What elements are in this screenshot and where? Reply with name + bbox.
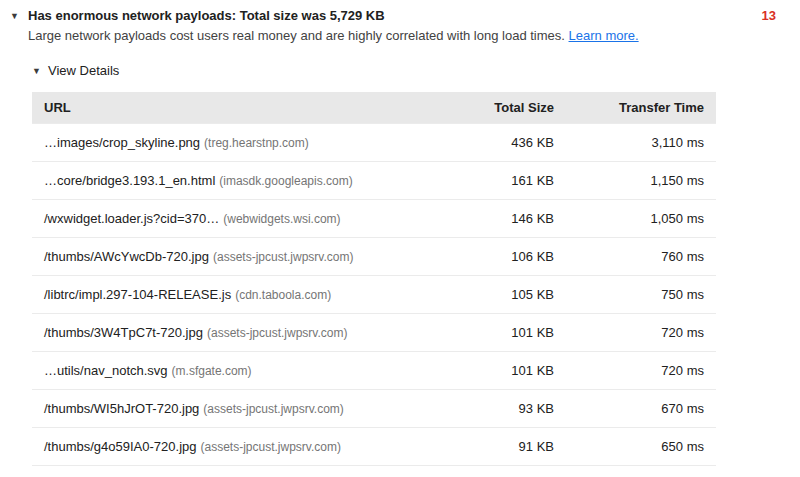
- header-transfer-time: Transfer Time: [566, 92, 716, 124]
- url-cell: /thumbs/WI5hJrOT-720.jpg(assets-jpcust.j…: [32, 390, 446, 428]
- size-cell: 91 KB: [446, 428, 566, 466]
- size-cell: 93 KB: [446, 390, 566, 428]
- url-cell: /thumbs/NI0936Cl-720.jpg(assets-jpcust.j…: [32, 466, 446, 477]
- payload-table-container: URL Total Size Transfer Time …images/cro…: [32, 92, 716, 477]
- view-details-triangle-icon: ▼: [32, 62, 48, 80]
- time-cell: 1,050 ms: [566, 200, 716, 238]
- url-domain: (assets-jpcust.jwpsrv.com): [213, 250, 353, 264]
- table-row: …utils/nav_notch.svg(m.sfgate.com) 101 K…: [32, 352, 716, 390]
- time-cell: 750 ms: [566, 276, 716, 314]
- header-url: URL: [32, 92, 446, 124]
- audit-panel: ▼ Has enormous network payloads: Total s…: [0, 0, 800, 477]
- url-cell: /libtrc/impl.297-104-RELEASE.js(cdn.tabo…: [32, 276, 446, 314]
- table-row: /thumbs/NI0936Cl-720.jpg(assets-jpcust.j…: [32, 466, 716, 477]
- url-cell: …images/crop_skyline.png(treg.hearstnp.c…: [32, 124, 446, 162]
- view-details-label: View Details: [48, 63, 119, 79]
- url-cell: /thumbs/AWcYwcDb-720.jpg(assets-jpcust.j…: [32, 238, 446, 276]
- url-domain: (m.sfgate.com): [172, 364, 252, 378]
- url-text: …core/bridge3.193.1_en.html: [44, 173, 215, 188]
- url-domain: (treg.hearstnp.com): [204, 136, 309, 150]
- size-cell: 101 KB: [446, 352, 566, 390]
- url-text: /thumbs/WI5hJrOT-720.jpg: [44, 401, 199, 416]
- url-text: /wxwidget.loader.js?cid=370…: [44, 211, 219, 226]
- audit-description: Large network payloads cost users real m…: [28, 27, 750, 45]
- url-cell: …utils/nav_notch.svg(m.sfgate.com): [32, 352, 446, 390]
- size-cell: 146 KB: [446, 200, 566, 238]
- url-cell: /thumbs/3W4TpC7t-720.jpg(assets-jpcust.j…: [32, 314, 446, 352]
- url-cell: /thumbs/g4o59IA0-720.jpg(assets-jpcust.j…: [32, 428, 446, 466]
- table-row: /thumbs/WI5hJrOT-720.jpg(assets-jpcust.j…: [32, 390, 716, 428]
- table-row: /thumbs/g4o59IA0-720.jpg(assets-jpcust.j…: [32, 428, 716, 466]
- time-cell: 760 ms: [566, 238, 716, 276]
- time-cell: 720 ms: [566, 314, 716, 352]
- url-domain: (assets-jpcust.jwpsrv.com): [203, 402, 343, 416]
- time-cell: 650 ms: [566, 428, 716, 466]
- url-text: /thumbs/3W4TpC7t-720.jpg: [44, 325, 203, 340]
- table-row: …images/crop_skyline.png(treg.hearstnp.c…: [32, 124, 716, 162]
- size-cell: 436 KB: [446, 124, 566, 162]
- url-domain: (webwidgets.wsi.com): [223, 212, 340, 226]
- time-cell: 3,110 ms: [566, 124, 716, 162]
- table-row: /thumbs/3W4TpC7t-720.jpg(assets-jpcust.j…: [32, 314, 716, 352]
- size-cell: 161 KB: [446, 162, 566, 200]
- table-row: /libtrc/impl.297-104-RELEASE.js(cdn.tabo…: [32, 276, 716, 314]
- url-text: …images/crop_skyline.png: [44, 135, 200, 150]
- table-row: /wxwidget.loader.js?cid=370…(webwidgets.…: [32, 200, 716, 238]
- url-domain: (cdn.taboola.com): [235, 288, 331, 302]
- view-details-toggle[interactable]: ▼ View Details: [32, 62, 800, 80]
- time-cell: 720 ms: [566, 352, 716, 390]
- audit-description-text: Large network payloads cost users real m…: [28, 28, 565, 43]
- failing-items-count-badge: 13: [762, 7, 776, 25]
- table-row: /thumbs/AWcYwcDb-720.jpg(assets-jpcust.j…: [32, 238, 716, 276]
- header-total-size: Total Size: [446, 92, 566, 124]
- time-cell: 1,150 ms: [566, 162, 716, 200]
- payload-table-body: …images/crop_skyline.png(treg.hearstnp.c…: [32, 124, 716, 477]
- time-cell: 620 ms: [566, 466, 716, 477]
- size-cell: 106 KB: [446, 238, 566, 276]
- table-row: …core/bridge3.193.1_en.html(imasdk.googl…: [32, 162, 716, 200]
- url-cell: …core/bridge3.193.1_en.html(imasdk.googl…: [32, 162, 446, 200]
- url-text: /thumbs/g4o59IA0-720.jpg: [44, 439, 197, 454]
- url-domain: (imasdk.googleapis.com): [219, 174, 352, 188]
- url-cell: /wxwidget.loader.js?cid=370…(webwidgets.…: [32, 200, 446, 238]
- url-text: /libtrc/impl.297-104-RELEASE.js: [44, 287, 231, 302]
- size-cell: 105 KB: [446, 276, 566, 314]
- payload-table: URL Total Size Transfer Time …images/cro…: [32, 92, 716, 477]
- url-domain: (assets-jpcust.jwpsrv.com): [201, 440, 341, 454]
- time-cell: 670 ms: [566, 390, 716, 428]
- audit-header: ▼ Has enormous network payloads: Total s…: [0, 7, 800, 45]
- url-domain: (assets-jpcust.jwpsrv.com): [207, 326, 347, 340]
- size-cell: 87 KB: [446, 466, 566, 477]
- audit-title: Has enormous network payloads: Total siz…: [28, 7, 750, 25]
- audit-collapse-triangle-icon[interactable]: ▼: [10, 7, 28, 25]
- url-text: /thumbs/AWcYwcDb-720.jpg: [44, 249, 209, 264]
- url-text: …utils/nav_notch.svg: [44, 363, 168, 378]
- size-cell: 101 KB: [446, 314, 566, 352]
- payload-table-header: URL Total Size Transfer Time: [32, 92, 716, 124]
- audit-text-block: Has enormous network payloads: Total siz…: [28, 7, 750, 45]
- learn-more-link[interactable]: Learn more.: [569, 28, 639, 43]
